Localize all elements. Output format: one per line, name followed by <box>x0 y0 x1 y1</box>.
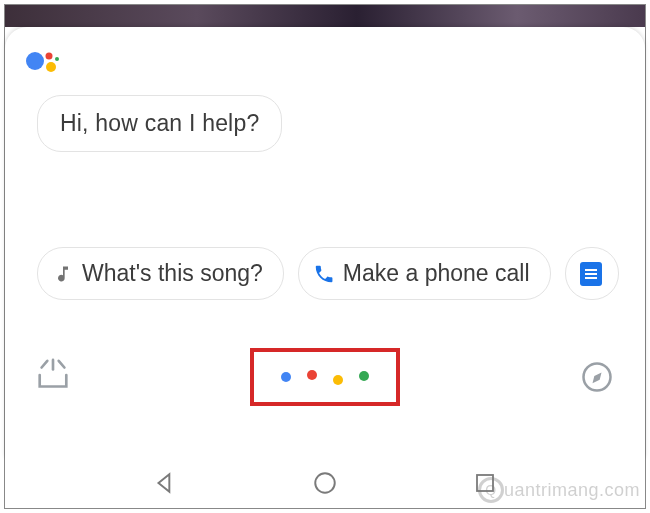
svg-line-6 <box>59 361 65 368</box>
background-photo-strip <box>5 5 645 27</box>
phone-icon <box>313 263 335 285</box>
svg-point-2 <box>46 62 56 72</box>
assistant-greeting-text: Hi, how can I help? <box>60 110 259 136</box>
watermark-text: uantrimang.com <box>504 480 640 501</box>
voice-listening-button[interactable] <box>281 369 369 385</box>
watermark: Q uantrimang.com <box>478 477 640 503</box>
listening-dot-red-icon <box>307 370 317 380</box>
svg-line-4 <box>42 361 48 368</box>
voice-listening-highlight <box>250 348 400 406</box>
google-assistant-logo-icon <box>25 47 61 79</box>
svg-point-9 <box>315 473 335 493</box>
assistant-greeting-bubble: Hi, how can I help? <box>37 95 282 152</box>
nav-home-button[interactable] <box>309 467 341 499</box>
lens-tray-icon[interactable] <box>33 357 73 397</box>
suggestion-label: What's this song? <box>82 260 263 287</box>
nav-back-button[interactable] <box>149 467 181 499</box>
svg-point-1 <box>46 53 53 60</box>
suggestion-chips-row: What's this song? Make a phone call <box>37 247 645 300</box>
listening-dot-blue-icon <box>281 372 291 382</box>
listening-dot-green-icon <box>359 371 369 381</box>
music-note-icon <box>52 263 74 285</box>
assistant-panel: Hi, how can I help? What's this song? Ma… <box>5 27 645 458</box>
suggestion-chip-message[interactable] <box>565 247 619 300</box>
explore-compass-icon[interactable] <box>577 357 617 397</box>
watermark-q-icon: Q <box>478 477 504 503</box>
suggestion-label: Make a phone call <box>343 260 530 287</box>
suggestion-chip-call[interactable]: Make a phone call <box>298 247 551 300</box>
suggestion-chip-song[interactable]: What's this song? <box>37 247 284 300</box>
svg-point-3 <box>55 57 59 61</box>
listening-dot-yellow-icon <box>333 375 343 385</box>
assistant-bottom-bar <box>5 337 645 417</box>
message-icon <box>580 263 602 285</box>
svg-point-0 <box>26 52 44 70</box>
svg-marker-8 <box>593 373 602 384</box>
